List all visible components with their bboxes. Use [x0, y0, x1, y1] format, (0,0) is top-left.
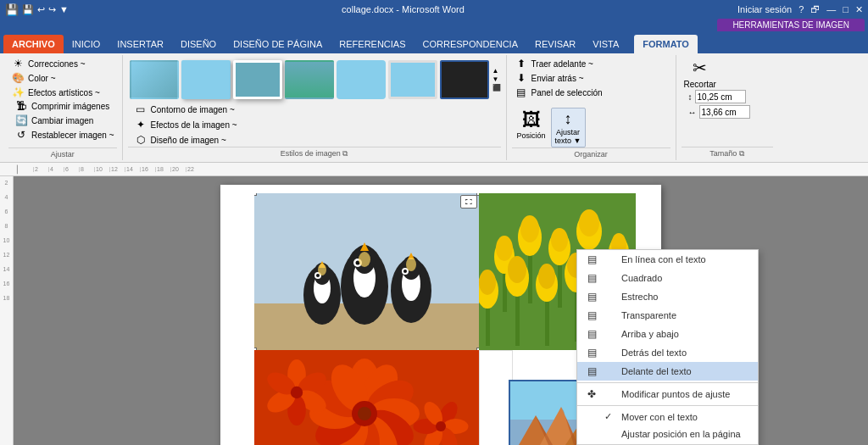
traer-adelante-button[interactable]: ⬆ Traer adelante ~	[512, 57, 605, 70]
tab-formato[interactable]: FORMATO	[634, 35, 698, 53]
tamanio-section: ✂ Recortar ↕ ↔ Tamaño ⧉	[676, 55, 778, 160]
penguins-image[interactable]: ⛶	[254, 193, 479, 350]
svg-point-22	[403, 270, 407, 273]
posicion-button[interactable]: 🖼 Posición	[515, 108, 548, 142]
contorno-button[interactable]: ▭ Contorno de imagen ~	[131, 103, 240, 116]
disenio-imagen-button[interactable]: ⬡ Diseño de imagen ~	[131, 133, 240, 147]
gallery-item-5[interactable]	[337, 60, 386, 99]
scroll-more-icon[interactable]: ⬛	[492, 85, 501, 92]
document-title: collage.docx - Microsoft Word	[342, 4, 465, 14]
modificar-icon: ✤	[584, 388, 599, 400]
arriba-abajo-icon: ▤	[584, 328, 599, 340]
svg-point-71	[358, 407, 371, 420]
cambiar-button[interactable]: 🔄 Cambiar imagen	[12, 114, 117, 127]
tamanio-expand-icon[interactable]: ⧉	[739, 149, 744, 158]
color-button[interactable]: 🎨 Color ~	[8, 71, 103, 85]
menu-item-modificar[interactable]: ✤ Modificar puntos de ajuste	[577, 385, 758, 403]
menu-item-ajustar-pos[interactable]: Ajustar posición en la página	[577, 426, 758, 442]
color-icon: 🎨	[11, 72, 25, 84]
menu-item-en-linea[interactable]: ▤ En línea con el texto	[577, 250, 758, 269]
menu-item-estrecho[interactable]: ▤ Estrecho	[577, 287, 758, 306]
tab-disenio-pagina[interactable]: DISEÑO DE PÁGINA	[225, 35, 331, 53]
customization-icon[interactable]: ▼	[59, 4, 69, 14]
minimize-button[interactable]: —	[826, 4, 836, 14]
help-button[interactable]: ?	[798, 4, 804, 14]
tab-disenio[interactable]: DISEÑO	[172, 35, 225, 53]
estilos-expand-icon[interactable]: ⧉	[342, 149, 348, 158]
tab-insertar[interactable]: INSERTAR	[108, 35, 172, 53]
gallery-scroll[interactable]: ▲ ▼ ⬛	[492, 68, 501, 92]
tab-vista[interactable]: VISTA	[584, 35, 627, 53]
tab-inicio[interactable]: INICIO	[64, 35, 109, 53]
panel-seleccion-icon: ▤	[515, 86, 528, 98]
herramientas-imagen-label: HERRAMIENTAS DE IMAGEN	[717, 19, 865, 31]
contorno-icon: ▭	[134, 103, 147, 115]
menu-item-detras[interactable]: ▤ Detrás del texto	[577, 343, 758, 362]
efectos-imagen-button[interactable]: ✦ Efectos de la imagen ~	[131, 118, 240, 131]
height-input[interactable]	[695, 90, 746, 103]
tab-correspondencia[interactable]: CORRESPONDENCIA	[415, 35, 526, 53]
posicion-icon: 🖼	[522, 109, 541, 131]
enviar-atras-button[interactable]: ⬇ Enviar atrás ~	[512, 71, 605, 85]
tab-revisar[interactable]: REVISAR	[526, 35, 584, 53]
size-fields: ↕ ↔	[688, 90, 750, 119]
svg-point-25	[406, 258, 416, 271]
redo-icon[interactable]: ↪	[48, 4, 56, 15]
maximize-button[interactable]: □	[843, 4, 849, 14]
transparente-icon: ▤	[584, 309, 599, 321]
scroll-up-icon[interactable]: ▲	[492, 68, 501, 75]
menu-item-mover[interactable]: ✓ Mover con el texto	[577, 408, 758, 426]
estilos-section: ▲ ▼ ⬛ ▭ Contorno de imagen ~ ✦ Efectos d…	[123, 55, 507, 160]
ajustar-label: Ajustar	[8, 147, 117, 159]
menu-item-delante[interactable]: ▤ Delante del texto	[577, 362, 758, 381]
ajustar-texto-icon: ↕	[565, 110, 572, 128]
efectos-imagen-icon: ✦	[134, 119, 147, 131]
white-spacer	[479, 350, 513, 445]
menu-item-arriba-abajo[interactable]: ▤ Arriba y abajo	[577, 325, 758, 343]
close-button[interactable]: ✕	[855, 4, 863, 15]
correcciones-icon: ☀	[11, 58, 25, 70]
ribbon: ☀ Correcciones ~ 🎨 Color ~ ✨ Efectos art…	[0, 53, 868, 163]
gallery-item-2[interactable]	[181, 60, 231, 99]
ajustar-texto-button[interactable]: ↕ Ajustartexto ▼	[551, 108, 586, 147]
svg-point-32	[520, 215, 539, 242]
title-bar-left: 💾 💾 ↩ ↪ ▼	[5, 3, 69, 16]
height-field: ↕	[688, 90, 750, 103]
menu-item-cuadrado[interactable]: ▤ Cuadrado	[577, 269, 758, 287]
svg-point-24	[359, 252, 370, 267]
scroll-down-icon[interactable]: ▼	[492, 76, 501, 83]
panel-seleccion-button[interactable]: ▤ Panel de selección	[512, 86, 605, 99]
comprimir-button[interactable]: 🗜 Comprimir imágenes	[12, 99, 117, 113]
estilos-label: Estilos de imagen ⧉	[128, 147, 501, 159]
tab-referencias[interactable]: REFERENCIAS	[331, 35, 414, 53]
resize-handle-tl[interactable]	[254, 193, 257, 196]
gallery-item-4[interactable]	[285, 60, 334, 99]
svg-point-47	[508, 256, 526, 283]
selection-handle: ⛶	[460, 195, 477, 209]
ajustar-texto-dropdown: ▤ En línea con el texto ▤ Cuadrado ▤ Est…	[576, 249, 759, 445]
gallery-item-7[interactable]	[440, 60, 489, 99]
flower-image[interactable]	[254, 350, 479, 445]
en-linea-icon: ▤	[584, 253, 599, 265]
undo-icon[interactable]: ↩	[37, 4, 45, 15]
svg-point-38	[579, 209, 599, 236]
handle-icon: ⛶	[465, 198, 472, 206]
estrecho-icon: ▤	[584, 291, 599, 303]
recortar-icon: ✂	[693, 58, 707, 78]
menu-item-transparente[interactable]: ▤ Transparente	[577, 306, 758, 325]
efectos-icon: ✨	[11, 86, 25, 98]
width-icon: ↔	[688, 108, 697, 117]
restore-button[interactable]: 🗗	[810, 4, 820, 14]
recortar-button[interactable]: ✂ Recortar	[682, 57, 719, 90]
save-icon[interactable]: 💾	[22, 4, 34, 15]
gallery-item-3[interactable]	[233, 60, 282, 99]
gallery-item-6[interactable]	[388, 60, 437, 99]
tab-archivo[interactable]: ARCHIVO	[3, 35, 64, 53]
gallery-item-1[interactable]	[130, 60, 179, 99]
correcciones-button[interactable]: ☀ Correcciones ~	[8, 57, 103, 70]
signin-label[interactable]: Iniciar sesión	[737, 4, 792, 14]
width-input[interactable]	[699, 105, 750, 119]
svg-point-78	[291, 387, 303, 398]
efectos-artisticos-button[interactable]: ✨ Efectos artísticos ~	[8, 86, 103, 99]
restablecer-button[interactable]: ↺ Restablecer imagen ~	[12, 128, 117, 142]
